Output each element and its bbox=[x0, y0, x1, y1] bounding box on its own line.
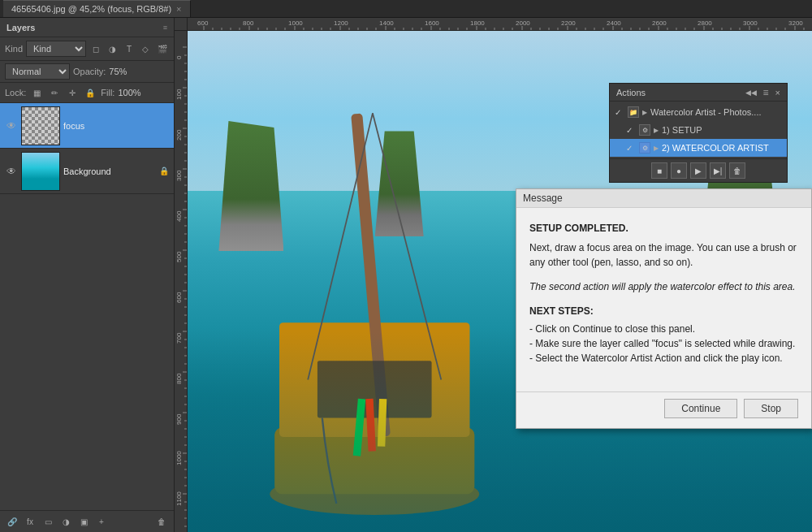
opacity-value[interactable]: 75% bbox=[109, 67, 127, 76]
fill-label: Fill: bbox=[101, 88, 114, 97]
ruler-corner bbox=[175, 18, 188, 31]
dialog-effect-desc: The second action will apply the waterco… bbox=[529, 279, 798, 294]
action-expand-artist[interactable]: ▶ bbox=[654, 145, 659, 152]
lock-fill-row: Lock: ▦ ✏ ✛ 🔒 Fill: 100% bbox=[0, 83, 174, 103]
layer-thumb-background bbox=[21, 152, 60, 191]
opacity-label: Opacity: bbox=[73, 67, 106, 76]
filter-pixel-btn[interactable]: ◻ bbox=[89, 41, 102, 56]
actions-record-btn[interactable]: ● bbox=[671, 162, 687, 179]
actions-panel: Actions ◀◀ ≡ × ✓ 📁 ▶ Watercolor Artist -… bbox=[609, 83, 788, 183]
layer-fx-btn[interactable]: fx bbox=[23, 514, 37, 529]
layer-item-focus[interactable]: 👁 focus bbox=[0, 103, 174, 149]
filter-type-btn[interactable]: T bbox=[123, 41, 136, 56]
action-row-watercolor-folder[interactable]: ✓ 📁 ▶ Watercolor Artist - Photos.... bbox=[610, 103, 787, 121]
stop-button[interactable]: Stop bbox=[744, 399, 798, 418]
actions-step-btn[interactable]: ▶| bbox=[710, 162, 726, 179]
action-name-watercolor: Watercolor Artist - Photos.... bbox=[650, 107, 782, 117]
layer-item-background[interactable]: 👁 Background 🔒 bbox=[0, 149, 174, 194]
dialog-setup-title: SETUP COMPLETED. bbox=[529, 221, 798, 236]
actions-close-btn[interactable]: × bbox=[775, 88, 780, 97]
filter-smart-btn[interactable]: 🎬 bbox=[156, 41, 169, 56]
dialog-step-3: - Select the Watercolor Artist Action an… bbox=[529, 351, 798, 365]
canvas-area: Actions ◀◀ ≡ × ✓ 📁 ▶ Watercolor Artist -… bbox=[175, 18, 812, 532]
layer-name-background: Background bbox=[63, 167, 111, 176]
fill-value[interactable]: 100% bbox=[118, 88, 140, 97]
layers-toolbar: 🔗 fx ▭ ◑ ▣ + 🗑 bbox=[0, 510, 174, 532]
layer-kind-row: Kind Kind ◻ ◑ T ◇ 🎬 bbox=[0, 37, 174, 61]
action-check-watercolor: ✓ bbox=[615, 107, 624, 117]
lock-position-btn[interactable]: ✛ bbox=[65, 85, 80, 100]
lock-all-btn[interactable]: 🔒 bbox=[83, 85, 97, 100]
action-expand-watercolor[interactable]: ▶ bbox=[642, 109, 647, 116]
action-check-setup: ✓ bbox=[626, 125, 636, 135]
layers-panel-title: Layers bbox=[6, 23, 35, 32]
layer-link-btn[interactable]: 🔗 bbox=[5, 514, 19, 529]
actions-list: ✓ 📁 ▶ Watercolor Artist - Photos.... ✓ ⚙… bbox=[610, 102, 787, 158]
dialog-next-steps-title: NEXT STEPS: bbox=[529, 304, 798, 318]
dialog-steps: - Click on Continue to close this panel.… bbox=[529, 322, 798, 365]
action-box-artist: ⚙ bbox=[639, 142, 650, 154]
continue-button[interactable]: Continue bbox=[664, 399, 737, 418]
dialog-setup-desc: Next, draw a focus area on the image. Yo… bbox=[529, 240, 798, 270]
tab-bar: 46565406.jpg @ 45,2% (focus, RGB/8#) × bbox=[0, 0, 812, 18]
kind-select[interactable]: Kind bbox=[26, 41, 86, 57]
dialog-title: Message bbox=[523, 192, 563, 204]
layer-lock-icon-background: 🔒 bbox=[159, 167, 169, 175]
action-box-setup: ⚙ bbox=[639, 124, 650, 136]
layer-new-btn[interactable]: + bbox=[94, 514, 109, 529]
ruler-horizontal bbox=[188, 18, 812, 31]
action-check-artist: ✓ bbox=[626, 143, 636, 153]
blend-opacity-row: Normal Opacity: 75% bbox=[0, 61, 174, 83]
ruler-vertical bbox=[175, 31, 188, 532]
action-row-watercolor-artist[interactable]: ✓ ⚙ ▶ 2) WATERCOLOR ARTIST bbox=[610, 139, 787, 157]
dialog-content: SETUP COMPLETED. Next, draw a focus area… bbox=[516, 208, 811, 391]
layer-visibility-background[interactable]: 👁 bbox=[5, 165, 18, 178]
action-name-setup: 1) SETUP bbox=[662, 125, 782, 135]
layer-mask-btn[interactable]: ▭ bbox=[41, 514, 55, 529]
main-layout: Layers ≡ Kind Kind ◻ ◑ T ◇ 🎬 Normal Opac… bbox=[0, 18, 812, 532]
panel-drag-handle[interactable]: ≡ bbox=[163, 24, 167, 32]
tab-label: 46565406.jpg @ 45,2% (focus, RGB/8#) bbox=[11, 4, 171, 14]
tab-close-icon[interactable]: × bbox=[176, 4, 181, 14]
action-name-artist: 2) WATERCOLOR ARTIST bbox=[662, 143, 782, 153]
kind-label: Kind bbox=[5, 44, 23, 54]
active-tab[interactable]: 46565406.jpg @ 45,2% (focus, RGB/8#) × bbox=[3, 0, 191, 17]
dialog-step-2: - Make sure the layer called "focus" is … bbox=[529, 336, 798, 351]
lock-label: Lock: bbox=[5, 88, 26, 97]
actions-play-btn[interactable]: ▶ bbox=[690, 162, 706, 179]
actions-panel-title: Actions bbox=[616, 88, 646, 97]
actions-collapse-btn[interactable]: ◀◀ bbox=[745, 89, 757, 97]
actions-menu-btn[interactable]: ≡ bbox=[763, 87, 769, 98]
actions-header-controls: ◀◀ ≡ × bbox=[745, 87, 780, 98]
lock-image-btn[interactable]: ✏ bbox=[47, 85, 62, 100]
layers-panel: Layers ≡ Kind Kind ◻ ◑ T ◇ 🎬 Normal Opac… bbox=[0, 18, 175, 532]
blend-mode-select[interactable]: Normal bbox=[5, 63, 70, 80]
actions-stop-btn[interactable]: ■ bbox=[651, 162, 667, 179]
action-expand-setup[interactable]: ▶ bbox=[654, 127, 659, 134]
layer-name-focus: focus bbox=[63, 121, 84, 131]
dialog-step-1: - Click on Continue to close this panel. bbox=[529, 322, 798, 336]
actions-panel-header: Actions ◀◀ ≡ × bbox=[610, 84, 787, 102]
layer-thumb-focus bbox=[21, 106, 60, 145]
action-box-watercolor: 📁 bbox=[628, 106, 639, 118]
lock-transparent-btn[interactable]: ▦ bbox=[29, 85, 44, 100]
actions-toolbar: ■ ● ▶ ▶| 🗑 bbox=[610, 158, 787, 182]
filter-adjust-btn[interactable]: ◑ bbox=[106, 41, 119, 56]
layer-visibility-focus[interactable]: 👁 bbox=[5, 119, 18, 132]
dialog-title-bar: Message bbox=[516, 189, 811, 208]
layer-adjustment-btn[interactable]: ◑ bbox=[58, 514, 73, 529]
dialog-buttons: Continue Stop bbox=[516, 391, 811, 428]
action-row-setup[interactable]: ✓ ⚙ ▶ 1) SETUP bbox=[610, 121, 787, 139]
filter-shape-btn[interactable]: ◇ bbox=[139, 41, 152, 56]
actions-trash-btn[interactable]: 🗑 bbox=[729, 162, 745, 179]
layer-group-btn[interactable]: ▣ bbox=[76, 514, 91, 529]
layers-list: 👁 focus 👁 Background 🔒 bbox=[0, 103, 174, 510]
message-dialog: Message SETUP COMPLETED. Next, draw a fo… bbox=[516, 188, 812, 429]
layer-delete-btn[interactable]: 🗑 bbox=[154, 514, 169, 529]
layers-panel-header: Layers ≡ bbox=[0, 18, 174, 37]
